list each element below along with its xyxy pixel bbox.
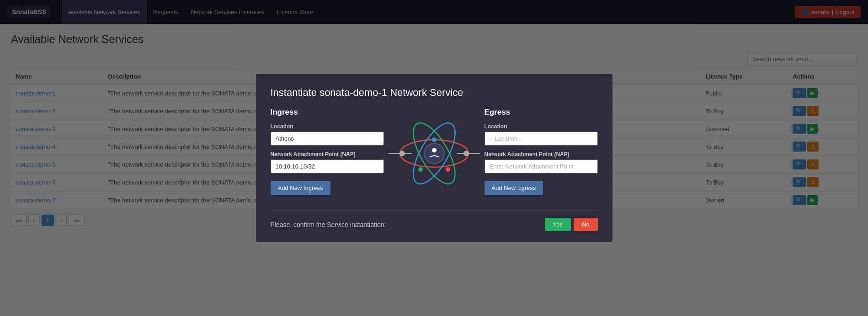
egress-nap-label: Network Attachment Point (NAP): [485, 151, 598, 158]
ingress-label: Ingress: [271, 108, 384, 117]
svg-point-6: [463, 151, 469, 156]
egress-location-input[interactable]: [485, 132, 598, 146]
ingress-nap-input[interactable]: [271, 159, 384, 174]
svg-point-9: [432, 137, 437, 142]
egress-location-label: Location: [485, 123, 598, 130]
no-button[interactable]: No: [574, 218, 598, 231]
egress-nap-input[interactable]: [485, 159, 598, 174]
atom-svg: [389, 108, 480, 199]
svg-point-8: [432, 148, 437, 153]
modal-ingress-section: Ingress Location Network Attachment Poin…: [271, 108, 384, 195]
svg-point-5: [399, 151, 405, 156]
svg-point-7: [424, 143, 444, 163]
add-new-egress-button[interactable]: Add New Egress: [485, 181, 543, 195]
modal-body: Ingress Location Network Attachment Poin…: [271, 108, 598, 199]
modal-center-graphic: [384, 108, 485, 199]
ingress-nap-label: Network Attachment Point (NAP): [271, 151, 384, 158]
yes-button[interactable]: Yes: [545, 218, 571, 231]
confirm-text: Please, confirm the Service instantiatio…: [271, 221, 386, 228]
svg-point-11: [418, 167, 423, 172]
ingress-location-label: Location: [271, 123, 384, 130]
svg-point-10: [446, 167, 450, 172]
modal-egress-section: Egress Location Network Attachment Point…: [485, 108, 598, 195]
add-new-ingress-button[interactable]: Add New Ingress: [271, 181, 330, 195]
modal-dialog: Instantiate sonata-demo-1 Network Servic…: [256, 74, 612, 235]
ingress-location-input[interactable]: [271, 132, 384, 146]
footer-buttons: Yes No: [545, 218, 598, 231]
modal-overlay[interactable]: Instantiate sonata-demo-1 Network Servic…: [0, 0, 868, 235]
egress-label: Egress: [485, 108, 598, 117]
modal-footer: Please, confirm the Service instantiatio…: [271, 210, 598, 231]
modal-title: Instantiate sonata-demo-1 Network Servic…: [271, 87, 598, 99]
